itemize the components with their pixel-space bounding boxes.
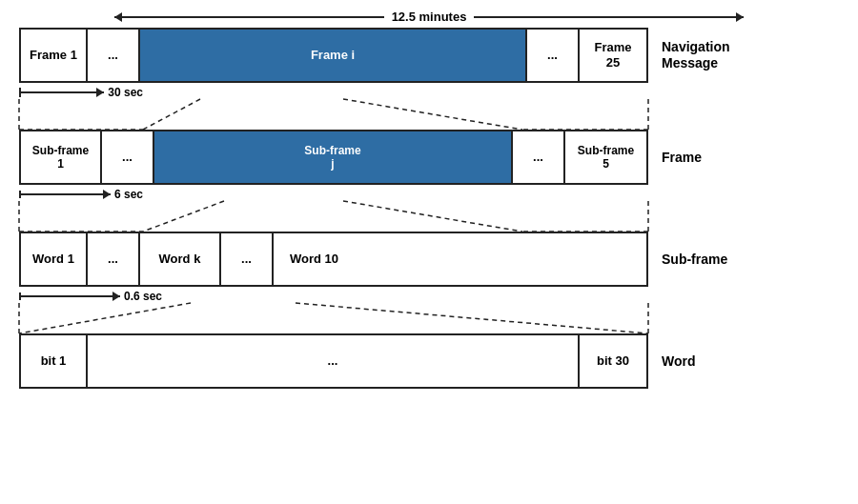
svg-line-16 xyxy=(296,303,648,333)
cell-frame1: Frame 1 xyxy=(21,30,88,81)
arrow-left xyxy=(114,16,384,18)
cell-dots1: ... xyxy=(88,30,140,81)
main-duration-label: 12.5 minutes xyxy=(392,10,467,24)
dashed-lines-1 xyxy=(19,99,648,130)
cell-subframe5: Sub-frame5 xyxy=(565,131,646,183)
cell-bit30: bit 30 xyxy=(580,335,646,387)
word-label: Word xyxy=(648,353,839,370)
cell-dots3: ... xyxy=(102,131,154,183)
frame-label: Frame xyxy=(648,150,839,166)
cell-word10: Word 10 xyxy=(274,233,355,285)
cell-dots6: ... xyxy=(221,233,274,285)
connector-svg-2 xyxy=(19,201,648,232)
cell-dots5: ... xyxy=(88,233,140,285)
subframe-bar: Word 1 ... Word k ... Word 10 xyxy=(19,232,648,287)
connector-svg-1 xyxy=(19,99,648,130)
subframe-label: Sub-frame xyxy=(648,252,839,268)
sub-dur-6sec-row: 6 sec xyxy=(19,188,143,201)
sub-dur-06sec-row: 0.6 sec xyxy=(19,290,162,303)
dur-6sec-label: 6 sec xyxy=(114,188,143,201)
word-bar: bit 1 ... bit 30 xyxy=(19,333,648,389)
svg-line-11 xyxy=(343,201,522,232)
svg-line-4 xyxy=(143,99,200,130)
svg-line-15 xyxy=(19,303,191,333)
main-duration-row: 12.5 minutes xyxy=(19,10,839,24)
dashed-lines-2 xyxy=(19,201,648,232)
diagram: 12.5 minutes Frame 1 ... Frame i ... Fra… xyxy=(19,0,839,389)
word-row: bit 1 ... bit 30 Word xyxy=(19,333,839,389)
main-duration-arrow: 12.5 minutes xyxy=(114,10,744,24)
cell-subframe-j: Sub-framej xyxy=(154,131,513,183)
cell-dots7: ... xyxy=(88,335,580,387)
frame-row: Sub-frame1 ... Sub-framej ... Sub-frame5… xyxy=(19,130,839,185)
sub-dur-30sec: 30 sec xyxy=(19,86,143,99)
svg-line-5 xyxy=(343,99,522,130)
frame-bar: Sub-frame1 ... Sub-framej ... Sub-frame5 xyxy=(19,130,648,185)
cell-dots4: ... xyxy=(513,131,565,183)
connector-group-1: 30 sec xyxy=(19,83,648,99)
nav-message-label: NavigationMessage xyxy=(648,39,839,71)
connector-svg-3 xyxy=(19,303,648,333)
cell-bit1: bit 1 xyxy=(21,335,88,387)
cell-dots2: ... xyxy=(527,30,580,81)
dur-06sec-label: 0.6 sec xyxy=(124,290,162,303)
cell-word-k: Word k xyxy=(140,233,221,285)
cell-frame25: Frame25 xyxy=(580,30,646,81)
dashed-lines-3 xyxy=(19,303,648,333)
cell-word1: Word 1 xyxy=(21,233,88,285)
arrow-right xyxy=(474,16,744,18)
cell-frame-i: Frame i xyxy=(140,30,527,81)
dur-30sec-label: 30 sec xyxy=(108,86,143,99)
cell-subframe1: Sub-frame1 xyxy=(21,131,102,183)
subframe-row: Word 1 ... Word k ... Word 10 Sub-frame xyxy=(19,232,839,287)
nav-message-row: Frame 1 ... Frame i ... Frame25 Navigati… xyxy=(19,28,839,83)
nav-message-bar: Frame 1 ... Frame i ... Frame25 xyxy=(19,28,648,83)
svg-line-10 xyxy=(143,201,224,232)
